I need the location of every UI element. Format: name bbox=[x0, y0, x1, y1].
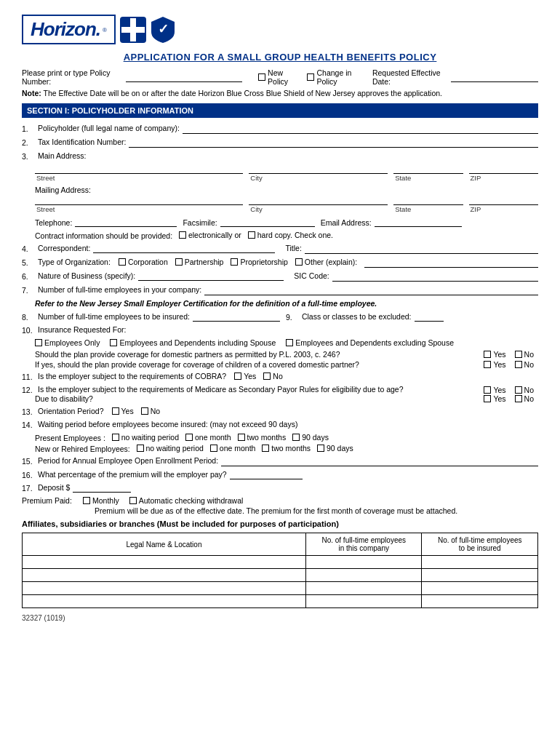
monthly-box[interactable] bbox=[83, 497, 90, 504]
row11-no-box[interactable] bbox=[263, 372, 271, 380]
mailing-state-input[interactable] bbox=[393, 196, 463, 205]
new-90-days[interactable]: 90 days bbox=[317, 444, 353, 453]
mailing-city-input[interactable] bbox=[249, 196, 388, 205]
row12-dis-yes[interactable]: Yes bbox=[484, 394, 505, 403]
row12-age-yes-box[interactable] bbox=[484, 386, 491, 394]
new-90-days-box[interactable] bbox=[317, 445, 324, 452]
present-one-month[interactable]: one month bbox=[185, 433, 231, 442]
mailing-zip-input[interactable] bbox=[469, 196, 538, 205]
cov-q2-no-box[interactable] bbox=[515, 361, 522, 368]
affiliate-fte-2[interactable] bbox=[305, 569, 422, 582]
change-policy-checkbox[interactable]: Change in Policy bbox=[307, 68, 361, 86]
row12-dis-no[interactable]: No bbox=[515, 394, 534, 403]
partnership-checkbox[interactable]: Partnership bbox=[175, 258, 224, 266]
row11-yes[interactable]: Yes bbox=[234, 372, 256, 381]
cov-q2-yes[interactable]: Yes bbox=[484, 360, 505, 369]
row13-no[interactable]: No bbox=[141, 407, 160, 415]
cov-q1-no[interactable]: No bbox=[515, 350, 534, 359]
auto-check-box[interactable] bbox=[129, 497, 137, 504]
row11-no[interactable]: No bbox=[263, 372, 282, 381]
hardcopy-box[interactable] bbox=[248, 231, 255, 239]
fax-input[interactable] bbox=[220, 218, 315, 227]
electronic-box[interactable] bbox=[179, 231, 186, 239]
new-two-months[interactable]: two months bbox=[262, 444, 311, 453]
new-one-month[interactable]: one month bbox=[210, 444, 256, 453]
policy-number-field[interactable] bbox=[126, 73, 242, 82]
main-city-input[interactable] bbox=[249, 164, 388, 174]
present-two-months[interactable]: two months bbox=[238, 433, 287, 442]
new-two-months-box[interactable] bbox=[262, 445, 269, 452]
new-one-month-box[interactable] bbox=[210, 445, 217, 452]
row12-age-no[interactable]: No bbox=[515, 386, 534, 394]
hardcopy-checkbox[interactable]: hard copy. Check one. bbox=[248, 231, 333, 239]
present-one-month-box[interactable] bbox=[185, 434, 193, 441]
partnership-box[interactable] bbox=[175, 258, 183, 266]
affiliate-insured-2[interactable] bbox=[422, 569, 538, 582]
row4-correspondent-field[interactable] bbox=[93, 244, 275, 253]
other-box[interactable] bbox=[295, 258, 303, 266]
cov-q1-yes[interactable]: Yes bbox=[484, 350, 505, 359]
row17-field[interactable] bbox=[73, 483, 131, 493]
monthly-checkbox[interactable]: Monthly bbox=[83, 496, 119, 505]
row13-yes-box[interactable] bbox=[112, 407, 119, 415]
cov-q1-yes-box[interactable] bbox=[484, 351, 491, 358]
row5-other-field[interactable] bbox=[364, 258, 538, 268]
affiliate-fte-1[interactable] bbox=[305, 556, 422, 569]
main-street-input[interactable] bbox=[35, 164, 243, 174]
proprietorship-checkbox[interactable]: Proprietorship bbox=[231, 258, 287, 266]
row11-yes-box[interactable] bbox=[234, 372, 241, 380]
present-90-days-box[interactable] bbox=[292, 434, 300, 441]
effective-date-field[interactable] bbox=[451, 73, 538, 82]
cov-q1-no-box[interactable] bbox=[515, 351, 522, 358]
electronic-checkbox[interactable]: electronically or bbox=[179, 231, 241, 239]
emp-dep-no-spouse-checkbox[interactable]: Employees and Dependents excluding Spous… bbox=[286, 338, 454, 347]
auto-check-checkbox[interactable]: Automatic checking withdrawal bbox=[129, 496, 244, 505]
corporation-box[interactable] bbox=[119, 258, 126, 266]
other-checkbox[interactable]: Other (explain): bbox=[295, 258, 357, 266]
present-two-months-box[interactable] bbox=[238, 434, 245, 441]
row15-field[interactable] bbox=[221, 456, 538, 466]
corporation-checkbox[interactable]: Corporation bbox=[119, 258, 168, 266]
new-policy-box[interactable] bbox=[258, 73, 265, 81]
emp-dep-no-spouse-box[interactable] bbox=[286, 339, 293, 346]
emp-dep-spouse-checkbox[interactable]: Employees and Dependents including Spous… bbox=[110, 338, 276, 347]
mailing-street-input[interactable] bbox=[35, 196, 243, 205]
new-no-wait-box[interactable] bbox=[137, 445, 144, 452]
row12-age-no-box[interactable] bbox=[515, 386, 522, 394]
new-policy-checkbox[interactable]: New Policy bbox=[258, 68, 297, 86]
row12-dis-no-box[interactable] bbox=[515, 395, 522, 402]
row2-field[interactable] bbox=[129, 138, 538, 148]
row6-business-field[interactable] bbox=[138, 271, 284, 281]
row13-yes[interactable]: Yes bbox=[112, 407, 134, 415]
affiliate-fte-3[interactable] bbox=[305, 582, 422, 595]
telephone-input[interactable] bbox=[75, 218, 177, 227]
row13-no-box[interactable] bbox=[141, 407, 148, 415]
affiliate-insured-4[interactable] bbox=[422, 595, 538, 608]
employees-only-checkbox[interactable]: Employees Only bbox=[35, 338, 100, 347]
main-zip-input[interactable] bbox=[469, 164, 538, 174]
proprietorship-box[interactable] bbox=[231, 258, 238, 266]
affiliate-insured-3[interactable] bbox=[422, 582, 538, 595]
main-state-input[interactable] bbox=[393, 164, 463, 174]
affiliate-name-4[interactable] bbox=[23, 595, 306, 608]
affiliate-name-1[interactable] bbox=[23, 556, 306, 569]
row16-field[interactable] bbox=[230, 470, 303, 479]
present-90-days[interactable]: 90 days bbox=[292, 433, 329, 442]
affiliate-name-2[interactable] bbox=[23, 569, 306, 582]
cov-q2-yes-box[interactable] bbox=[484, 361, 491, 368]
present-no-wait-box[interactable] bbox=[112, 434, 119, 441]
present-no-wait[interactable]: no waiting period bbox=[112, 433, 179, 442]
employees-only-box[interactable] bbox=[35, 339, 42, 346]
affiliate-insured-1[interactable] bbox=[422, 556, 538, 569]
row12-age-yes[interactable]: Yes bbox=[484, 386, 505, 394]
affiliate-fte-4[interactable] bbox=[305, 595, 422, 608]
new-no-wait[interactable]: no waiting period bbox=[137, 444, 204, 453]
row1-field[interactable] bbox=[183, 124, 538, 134]
affiliate-name-3[interactable] bbox=[23, 582, 306, 595]
row12-dis-yes-box[interactable] bbox=[484, 395, 491, 402]
row7-field[interactable] bbox=[204, 285, 538, 295]
row9-field[interactable] bbox=[415, 311, 444, 322]
emp-dep-spouse-box[interactable] bbox=[110, 339, 117, 346]
row4-title-field[interactable] bbox=[305, 244, 538, 254]
row8-field[interactable] bbox=[193, 312, 280, 322]
